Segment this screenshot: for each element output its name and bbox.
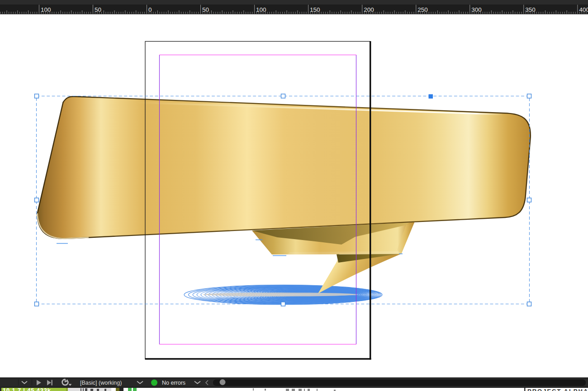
svg-text:10.1.7 | 45 433k: 10.1.7 | 45 433k [3, 387, 51, 391]
svg-text:No errors: No errors [162, 380, 185, 386]
svg-text:400: 400 [579, 6, 588, 13]
svg-text:[Basic] (working): [Basic] (working) [80, 380, 122, 386]
svg-text:50: 50 [95, 6, 101, 13]
svg-text:50: 50 [202, 6, 209, 13]
svg-text:PROJECT ALPHA: PROJECT ALPHA [527, 388, 588, 391]
